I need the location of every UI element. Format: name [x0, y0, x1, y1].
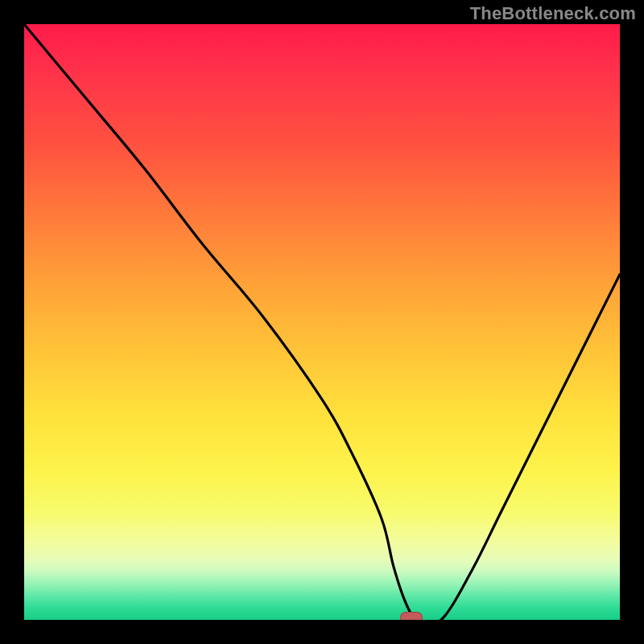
curve-path [24, 24, 620, 620]
plot-area [24, 24, 620, 620]
chart-frame: TheBottleneck.com [0, 0, 644, 644]
bottleneck-curve [24, 24, 620, 620]
optimal-point-marker [400, 612, 423, 620]
watermark-text: TheBottleneck.com [470, 3, 636, 24]
